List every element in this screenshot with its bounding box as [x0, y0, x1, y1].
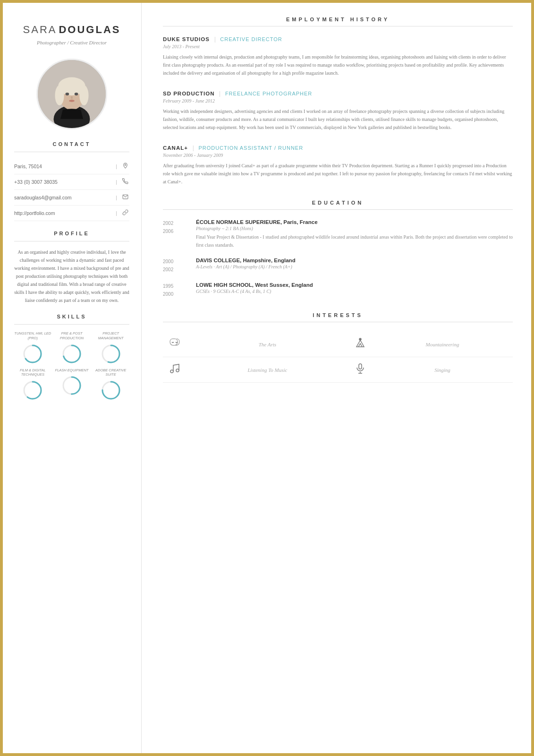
skill-label-2: PROJECT MANAGEMENT	[92, 331, 129, 341]
skills-section: SKILLS TUNGSTEN, HMI, LED (PRO)PRE & POS…	[14, 314, 129, 401]
interests-table: The Arts Mountaineering Listening To Mus…	[163, 332, 513, 383]
interest-icon-3	[348, 357, 372, 383]
skill-label-3: FILM & DIGITAL TECHNIQUES	[14, 368, 51, 378]
interest-icon-2	[163, 357, 186, 383]
svg-point-10	[69, 100, 75, 102]
edu-content-2: LOWE HIGH SCHOOL, West Sussex, EnglandGC…	[196, 282, 513, 298]
employment-section: EMPLOYMENT HISTORY DUKE STUDIOS|CREATIVE…	[163, 17, 513, 186]
job-role-2: PRODUCTION ASSISTANT / RUNNER	[198, 145, 303, 151]
profile-title: PROFILE	[14, 231, 129, 236]
edu-desc-0: Final Year Project & Dissertation - I st…	[196, 233, 513, 249]
job-company-2: CANAL+	[163, 145, 188, 151]
interests-title: INTERESTS	[163, 312, 513, 318]
left-column: SARA DOUGLAS Photographer / Creative Dir…	[0, 0, 142, 756]
svg-point-5	[55, 86, 64, 105]
education-section: EDUCATION 20022006ÉCOLE NORMALE SUPERIEU…	[163, 200, 513, 298]
profile-photo	[36, 59, 107, 129]
job-company-0: DUKE STUDIOS	[163, 36, 210, 42]
contact-address: Paris, 75014 |	[14, 159, 129, 174]
skill-item-4: FLASH EQUIPMENT	[53, 368, 91, 401]
skill-label-0: TUNGSTEN, HMI, LED (PRO)	[14, 331, 51, 341]
skill-circle-3	[22, 380, 43, 401]
skill-circle-2	[101, 344, 121, 364]
job-date-0: July 2013 - Present	[163, 44, 513, 49]
svg-point-27	[176, 369, 179, 372]
edu-degree-0: Photography ~ 2:1 BA (Hons)	[196, 226, 513, 231]
interests-section: INTERESTS The Arts Mountaineering L	[163, 312, 513, 383]
edu-degree-1: A-Levels · Art (A) / Photography (A) / F…	[196, 264, 513, 269]
interest-row-0: The Arts Mountaineering	[163, 332, 513, 357]
contact-address-text: Paris, 75014	[14, 163, 112, 169]
link-icon	[121, 209, 129, 217]
skill-label-4: FLASH EQUIPMENT	[55, 368, 89, 373]
interest-text-0: The Arts	[186, 332, 348, 357]
skill-circle-4	[61, 375, 82, 396]
svg-point-11	[125, 164, 126, 166]
profile-text: As an organised and highly creative indi…	[14, 248, 129, 304]
contact-email: saradouglas4@gmail.com |	[14, 190, 129, 206]
right-column: EMPLOYMENT HISTORY DUKE STUDIOS|CREATIVE…	[142, 0, 534, 756]
profile-section: PROFILE As an organised and highly creat…	[14, 231, 129, 304]
interest-text-3: Singing	[372, 357, 513, 383]
svg-point-6	[79, 86, 88, 105]
skill-item-5: ADOBE CREATIVE SUITE	[92, 368, 129, 401]
jobs-container: DUKE STUDIOS|CREATIVE DIRECTORJuly 2013 …	[163, 36, 513, 186]
edu-degree-2: GCSEs · 9 GCSEs A-C (4 As, 4 Bs, 1 C)	[196, 289, 513, 294]
skill-label-5: ADOBE CREATIVE SUITE	[92, 368, 129, 378]
education-divider	[163, 209, 513, 210]
skills-title: SKILLS	[14, 314, 129, 319]
skill-item-0: TUNGSTEN, HMI, LED (PRO)	[14, 331, 51, 364]
job-date-2: November 2006 - January 2009	[163, 153, 513, 158]
job-header-1: SD PRODUCTION|FREELANCE PHOTOGRAPHER	[163, 90, 513, 97]
svg-point-9	[71, 96, 73, 99]
job-role-1: FREELANCE PHOTOGRAPHER	[225, 91, 312, 96]
skill-item-1: PRE & POST PRODUCTION	[53, 331, 91, 364]
skill-circle-5	[101, 380, 121, 401]
contact-website-text: http://portfolio.com	[14, 210, 112, 216]
skill-label-1: PRE & POST PRODUCTION	[53, 331, 91, 341]
employment-title: EMPLOYMENT HISTORY	[163, 17, 513, 22]
job-company-1: SD PRODUCTION	[163, 91, 214, 96]
job-role-0: CREATIVE DIRECTOR	[220, 36, 282, 42]
edu-row-2: 19952000LOWE HIGH SCHOOL, West Sussex, E…	[163, 282, 513, 298]
job-block-2: CANAL+|PRODUCTION ASSISTANT / RUNNERNove…	[163, 145, 513, 186]
svg-point-7	[66, 93, 69, 95]
edu-content-0: ÉCOLE NORMALE SUPERIEURE, Paris, FranceP…	[196, 219, 513, 249]
skill-circle-1	[61, 344, 82, 364]
job-header-0: DUKE STUDIOS|CREATIVE DIRECTOR	[163, 36, 513, 43]
email-icon	[121, 194, 129, 201]
skills-divider	[14, 324, 129, 325]
edu-years-2: 19952000	[163, 282, 186, 298]
edu-school-0: ÉCOLE NORMALE SUPERIEURE, Paris, France	[196, 219, 513, 225]
contact-divider	[14, 152, 129, 152]
edu-years-1: 20002002	[163, 258, 186, 274]
job-desc-0: Liaising closely with internal design, p…	[163, 53, 513, 77]
job-date-1: February 2009 - June 2012	[163, 98, 513, 103]
interest-row-1: Listening To Music Singing	[163, 357, 513, 383]
svg-point-8	[75, 93, 78, 95]
name-block: SARA DOUGLAS	[23, 24, 121, 36]
contact-title: CONTACT	[14, 141, 129, 147]
education-title: EDUCATION	[163, 200, 513, 206]
job-block-1: SD PRODUCTION|FREELANCE PHOTOGRAPHERFebr…	[163, 90, 513, 131]
edu-row-1: 20002002DAVIS COLLEGE, Hampshire, Englan…	[163, 258, 513, 274]
first-name: SARA	[23, 24, 57, 35]
edu-row-0: 20022006ÉCOLE NORMALE SUPERIEURE, Paris,…	[163, 219, 513, 249]
contact-email-text: saradouglas4@gmail.com	[14, 195, 112, 200]
edu-content-1: DAVIS COLLEGE, Hampshire, EnglandA-Level…	[196, 258, 513, 274]
interests-divider	[163, 322, 513, 322]
job-desc-2: After graduating from university I joine…	[163, 162, 513, 186]
interest-icon-0	[163, 332, 186, 357]
svg-rect-28	[359, 364, 362, 369]
skills-grid: TUNGSTEN, HMI, LED (PRO)PRE & POST PRODU…	[14, 331, 129, 401]
skill-item-2: PROJECT MANAGEMENT	[92, 331, 129, 364]
job-block-0: DUKE STUDIOS|CREATIVE DIRECTORJuly 2013 …	[163, 36, 513, 77]
location-icon	[121, 163, 129, 170]
resume-page: SARA DOUGLAS Photographer / Creative Dir…	[0, 0, 534, 756]
edu-years-0: 20022006	[163, 219, 186, 249]
contact-section: CONTACT Paris, 75014 | +33 (0) 3007 3803…	[14, 141, 129, 221]
contact-phone: +33 (0) 3007 38035 |	[14, 174, 129, 190]
last-name: DOUGLAS	[59, 24, 120, 35]
interest-text-1: Mountaineering	[372, 332, 513, 357]
skill-item-3: FILM & DIGITAL TECHNIQUES	[14, 368, 51, 401]
